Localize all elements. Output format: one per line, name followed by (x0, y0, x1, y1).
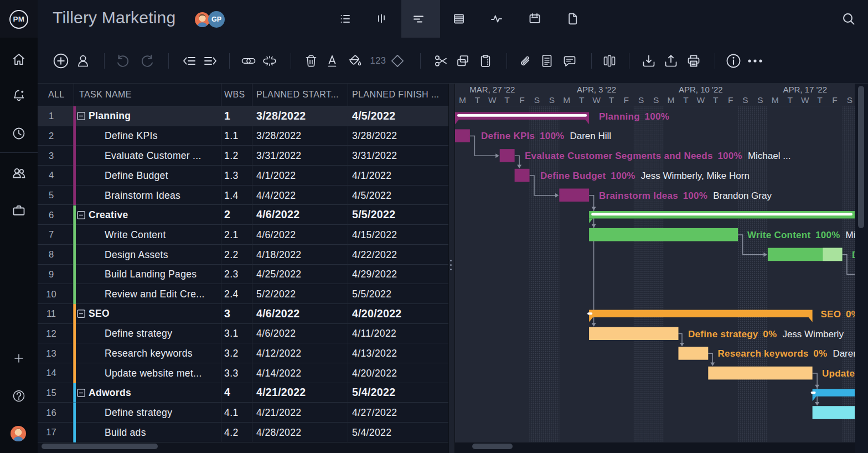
svg-text:Design Assets 100%: Design Assets 100% (852, 250, 855, 260)
svg-text:T: T (475, 95, 480, 105)
svg-text:Brainstorm Ideas 100%Brandon G: Brainstorm Ideas 100%Brandon Gray (599, 191, 772, 201)
svg-text:T: T (504, 95, 510, 105)
svg-text:T: T (713, 95, 719, 105)
svg-text:S: S (847, 95, 852, 105)
svg-text:F: F (832, 95, 837, 105)
svg-text:T: T (579, 95, 585, 105)
svg-text:Update website metadata 0%: Update website metadata 0% (822, 368, 855, 379)
svg-text:T: T (787, 95, 793, 105)
svg-text:W: W (488, 95, 497, 105)
svg-text:T: T (683, 95, 689, 105)
svg-text:Research keywords 0%Daren Hill: Research keywords 0%Daren Hill (718, 348, 855, 359)
svg-text:W: W (801, 95, 809, 105)
svg-text:W: W (592, 95, 601, 105)
svg-text:S: S (534, 95, 540, 105)
svg-text:APR, 10 '22: APR, 10 '22 (679, 85, 723, 94)
svg-text:Evaluate Customer Segments and: Evaluate Customer Segments and Needs 100… (525, 151, 790, 161)
svg-text:M: M (563, 95, 570, 105)
svg-text:S: S (742, 95, 748, 105)
svg-text:MAR, 27 '22: MAR, 27 '22 (469, 85, 515, 94)
svg-text:S: S (549, 95, 555, 105)
svg-text:S: S (757, 95, 763, 105)
svg-text:T: T (609, 95, 614, 105)
svg-text:Write Content 100%Michael Bolt: Write Content 100%Michael Bolton (747, 230, 855, 240)
svg-text:M: M (772, 95, 779, 105)
svg-text:S: S (638, 95, 644, 105)
svg-text:F: F (519, 95, 524, 105)
svg-text:W: W (696, 95, 705, 105)
svg-text:S: S (653, 95, 659, 105)
svg-text:Define KPIs 100%Daren Hill: Define KPIs 100%Daren Hill (481, 131, 611, 141)
svg-text:SEO 0%: SEO 0% (821, 309, 855, 320)
svg-text:Planning 100%: Planning 100% (599, 111, 669, 122)
svg-text:T: T (817, 95, 823, 105)
svg-text:M: M (668, 95, 675, 105)
svg-text:APR, 3 '22: APR, 3 '22 (577, 85, 616, 94)
svg-text:Define strategy 0%Jess Wimberl: Define strategy 0%Jess Wimberly (688, 329, 844, 339)
svg-text:F: F (624, 95, 629, 105)
svg-text:APR, 17 '22: APR, 17 '22 (783, 85, 827, 94)
svg-text:Define Budget 100%Jess Wimberl: Define Budget 100%Jess Wimberly, Mike Ho… (540, 171, 750, 181)
svg-text:F: F (728, 95, 733, 105)
svg-text:M: M (459, 95, 466, 105)
